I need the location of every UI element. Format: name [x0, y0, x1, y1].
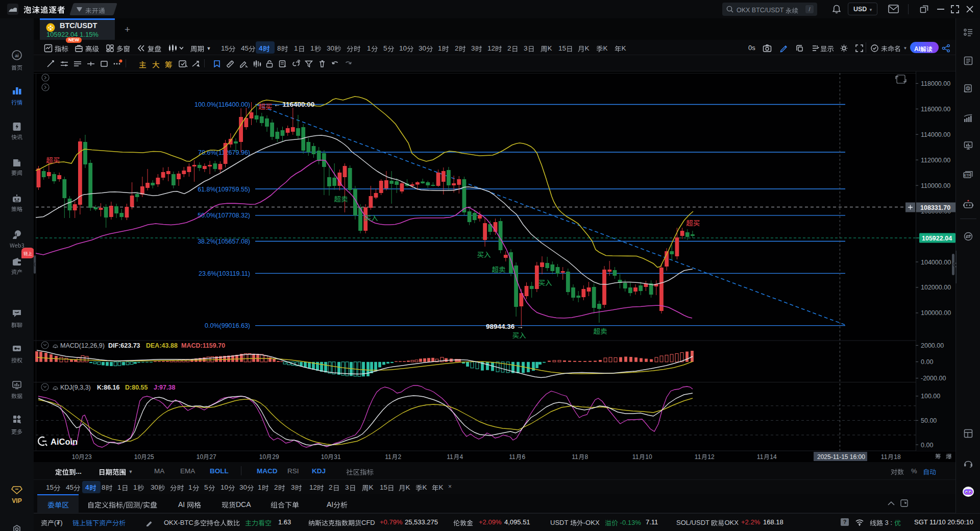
svg-text:10: 10 [134, 453, 141, 461]
svg-text:4: 4 [460, 453, 463, 461]
svg-text:23: 23 [85, 453, 92, 461]
svg-text:ai: ai [15, 53, 19, 58]
svg-text:0.00: 0.00 [921, 442, 933, 449]
svg-text:11: 11 [572, 453, 578, 461]
svg-text:2000.00: 2000.00 [921, 342, 944, 349]
svg-text:23.6%(103119.11): 23.6%(103119.11) [199, 270, 250, 277]
svg-text:J:97.38: J:97.38 [154, 384, 175, 391]
svg-text:DIF:623.73: DIF:623.73 [108, 342, 140, 349]
svg-text:98944.36 →: 98944.36 → [486, 323, 524, 330]
svg-text:11: 11 [881, 453, 888, 461]
svg-text:2025-11-15 16:00: 2025-11-15 16:00 [817, 453, 865, 461]
svg-text:114000.00: 114000.00 [921, 131, 950, 138]
svg-text:0.0%(99016.63): 0.0%(99016.63) [205, 322, 250, 329]
svg-text:DEA:43.88: DEA:43.88 [146, 342, 178, 349]
svg-text:105922.04: 105922.04 [922, 235, 952, 242]
svg-text:102000.00: 102000.00 [921, 284, 951, 291]
svg-text:11: 11 [447, 453, 453, 461]
svg-text:10: 10 [645, 453, 652, 461]
svg-text:112000.00: 112000.00 [921, 157, 950, 164]
svg-text:29: 29 [272, 453, 279, 461]
svg-text:100.00: 100.00 [921, 393, 940, 400]
svg-text:← 116400.00: ← 116400.00 [274, 101, 314, 108]
svg-text:31: 31 [334, 453, 341, 461]
svg-text:K:86.16: K:86.16 [97, 384, 120, 391]
svg-text:61.8%(109759.55): 61.8%(109759.55) [198, 186, 250, 193]
svg-text:-2000.00: -2000.00 [921, 375, 946, 382]
svg-text:KDJ(9,3,3): KDJ(9,3,3) [60, 384, 91, 391]
svg-text:AiCoin: AiCoin [51, 437, 78, 446]
svg-text:25: 25 [147, 453, 154, 461]
svg-text:108331.70: 108331.70 [920, 204, 950, 211]
svg-text:118000.00: 118000.00 [921, 80, 950, 87]
svg-text:11: 11 [695, 453, 701, 461]
svg-text:11: 11 [632, 453, 639, 461]
svg-text:100.0%(116400.00): 100.0%(116400.00) [194, 101, 250, 108]
svg-text:10: 10 [321, 453, 328, 461]
svg-text:11: 11 [509, 453, 516, 461]
svg-text:ETF: ETF [964, 174, 970, 177]
svg-text:6: 6 [522, 453, 526, 461]
svg-text:100000.00: 100000.00 [921, 309, 951, 317]
svg-text:10: 10 [197, 453, 204, 461]
svg-text:38.2%(105657.08): 38.2%(105657.08) [198, 238, 250, 245]
svg-text:104000.00: 104000.00 [921, 259, 951, 266]
svg-text:27: 27 [209, 453, 216, 461]
svg-text:11: 11 [757, 453, 764, 461]
svg-text:2: 2 [398, 453, 402, 461]
svg-text:10: 10 [72, 453, 79, 461]
svg-text:12: 12 [707, 453, 715, 461]
svg-text:18: 18 [894, 453, 901, 461]
svg-text:MACD(12,26,9): MACD(12,26,9) [60, 342, 105, 349]
svg-text:14: 14 [770, 453, 777, 461]
svg-text:116000.00: 116000.00 [921, 106, 950, 113]
svg-text:50.00: 50.00 [921, 417, 937, 424]
svg-text:10: 10 [259, 453, 266, 461]
svg-text:D:80.55: D:80.55 [125, 384, 148, 391]
svg-text:11: 11 [385, 453, 391, 461]
svg-text:MACD:1159.70: MACD:1159.70 [181, 342, 225, 349]
svg-text:110000.00: 110000.00 [921, 182, 950, 189]
svg-text:0.00: 0.00 [921, 358, 933, 366]
svg-text:8: 8 [585, 453, 589, 461]
